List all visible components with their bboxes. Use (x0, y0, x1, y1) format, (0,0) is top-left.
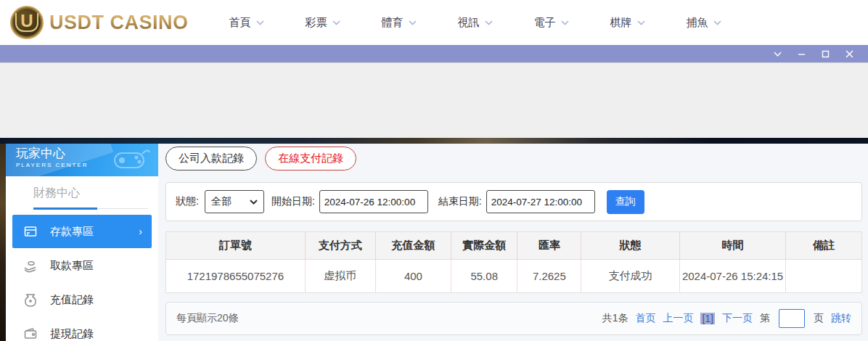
cell-time: 2024-07-26 15:24:15 (679, 260, 786, 293)
chevron-down-icon (713, 20, 721, 25)
nav-item-lottery[interactable]: 彩票 (306, 16, 340, 30)
sidebar-item-withdrawal-records[interactable]: 提現記錄 (12, 317, 152, 341)
cell-status: 支付成功 (581, 260, 679, 293)
pager: 共1条 首页 上一页 [1] 下一页 第 页 跳转 (602, 309, 851, 328)
start-date-label: 開始日期: (271, 195, 315, 208)
window-close-icon[interactable] (844, 49, 854, 59)
tab-online-payment-records[interactable]: 在線支付記錄 (265, 147, 356, 170)
sidebar-item-label: 存款專區 (50, 225, 94, 239)
chevron-down-icon (250, 200, 258, 205)
sidebar-title: 玩家中心 (16, 146, 158, 162)
wallet-icon (23, 326, 38, 341)
end-date-input[interactable] (486, 190, 595, 213)
start-date-input[interactable] (319, 190, 428, 213)
sidebar-subtitle: PLAYERS CENTER (16, 162, 158, 168)
nav-item-cards[interactable]: 棋牌 (610, 16, 645, 30)
main-region: 玩家中心 PLAYERS CENTER 財務中心 存款專區 › 取款專區 (0, 144, 868, 341)
logo-coin-icon: U (10, 6, 44, 39)
withdraw-hand-icon (23, 258, 38, 273)
col-recharge-amount: 充值金額 (375, 232, 451, 260)
col-exchange-rate: 匯率 (517, 232, 581, 260)
chevron-down-icon (256, 20, 264, 25)
top-navigation: U USDT CASINO 首頁 彩票 體育 視訊 電子 棋牌 捕魚 (0, 0, 868, 45)
cell-exchange-rate: 7.2625 (517, 260, 581, 293)
chevron-right-icon: › (139, 226, 142, 237)
record-tabs: 公司入款記錄 在線支付記錄 (165, 147, 862, 170)
page-jump-input[interactable] (779, 309, 805, 328)
chevron-down-icon (561, 20, 569, 25)
main-menu: 首頁 彩票 體育 視訊 電子 棋牌 捕魚 (229, 16, 763, 30)
logo-letter: U (15, 13, 38, 32)
window-collapse-icon[interactable] (772, 49, 782, 59)
chevron-down-icon (485, 20, 493, 25)
background-strip (0, 138, 868, 144)
sidebar-item-withdraw-zone[interactable]: 取款專區 (12, 249, 152, 282)
content-panel: 公司入款記錄 在線支付記錄 狀態: 全部 開始日期: 結束日期: 查詢 (165, 147, 862, 335)
money-bag-icon (23, 292, 38, 307)
status-label: 狀態: (176, 195, 199, 208)
cell-payment-method: 虚拟币 (305, 260, 375, 293)
chevron-down-icon (637, 20, 645, 25)
jump-prefix-label: 第 (760, 312, 770, 325)
window-maximize-icon[interactable] (820, 49, 830, 59)
page-background-edge (0, 144, 6, 341)
chevron-down-icon (409, 20, 417, 25)
col-status: 狀態 (581, 232, 679, 260)
sidebar-divider (33, 208, 148, 210)
sidebar-item-label: 提現記錄 (50, 327, 94, 341)
window-body-empty (0, 62, 868, 138)
status-select[interactable]: 全部 (205, 190, 264, 213)
table-header-row: 訂單號 支付方式 充值金額 實際金額 匯率 狀態 時間 備註 (166, 232, 862, 260)
jump-suffix-label: 页 (814, 312, 824, 325)
col-time: 時間 (679, 232, 786, 260)
end-date-label: 結束日期: (438, 195, 482, 208)
records-table: 訂單號 支付方式 充值金額 實際金額 匯率 狀態 時間 備註 172197865… (165, 231, 862, 293)
search-button[interactable]: 查詢 (607, 190, 644, 214)
sidebar-header: 玩家中心 PLAYERS CENTER (6, 144, 158, 176)
jump-button[interactable]: 跳转 (831, 312, 851, 325)
brand-logo[interactable]: U USDT CASINO (10, 6, 189, 39)
brand-name: USDT CASINO (49, 12, 189, 34)
prev-page-link[interactable]: 上一页 (663, 312, 693, 325)
sidebar-item-deposit-zone[interactable]: 存款專區 › (12, 215, 152, 248)
next-page-link[interactable]: 下一页 (722, 312, 753, 325)
nav-item-sports[interactable]: 體育 (382, 16, 417, 30)
window-minimize-icon[interactable] (796, 49, 806, 59)
deposit-card-icon (23, 224, 38, 239)
chevron-down-icon (332, 20, 340, 25)
nav-item-live[interactable]: 視訊 (458, 16, 493, 30)
cell-recharge-amount: 400 (375, 260, 451, 293)
nav-item-slots[interactable]: 電子 (534, 16, 569, 30)
table-row: 1721978655075276 虚拟币 400 55.08 7.2625 支付… (166, 260, 862, 293)
sidebar: 玩家中心 PLAYERS CENTER 財務中心 存款專區 › 取款專區 (6, 144, 158, 341)
status-selected-value: 全部 (211, 195, 232, 208)
col-order-number: 訂單號 (166, 232, 306, 260)
filter-bar: 狀態: 全部 開始日期: 結束日期: 查詢 (165, 182, 862, 221)
sidebar-item-recharge-records[interactable]: 充值記錄 (12, 283, 152, 316)
page-size-text: 每頁顯示20條 (176, 312, 239, 325)
current-page-indicator: [1] (700, 313, 715, 324)
sidebar-section-title: 財務中心 (33, 186, 158, 201)
total-count: 共1条 (602, 312, 629, 325)
records-table-container: 訂單號 支付方式 充值金額 實際金額 匯率 狀態 時間 備註 172197865… (165, 231, 862, 293)
tab-company-deposit-records[interactable]: 公司入款記錄 (165, 147, 257, 170)
cell-actual-amount: 55.08 (451, 260, 517, 293)
cell-remark (786, 260, 862, 293)
pagination-bar: 每頁顯示20條 共1条 首页 上一页 [1] 下一页 第 页 跳转 (165, 302, 862, 335)
col-payment-method: 支付方式 (305, 232, 375, 260)
nav-item-home[interactable]: 首頁 (229, 16, 264, 30)
first-page-link[interactable]: 首页 (635, 312, 655, 325)
col-actual-amount: 實際金額 (451, 232, 517, 260)
col-remark: 備註 (786, 232, 862, 260)
cell-order-number: 1721978655075276 (166, 260, 306, 293)
window-titlebar (0, 45, 868, 62)
sidebar-item-label: 充值記錄 (50, 293, 94, 307)
nav-item-fishing[interactable]: 捕魚 (687, 16, 721, 30)
sidebar-item-label: 取款專區 (50, 259, 94, 273)
